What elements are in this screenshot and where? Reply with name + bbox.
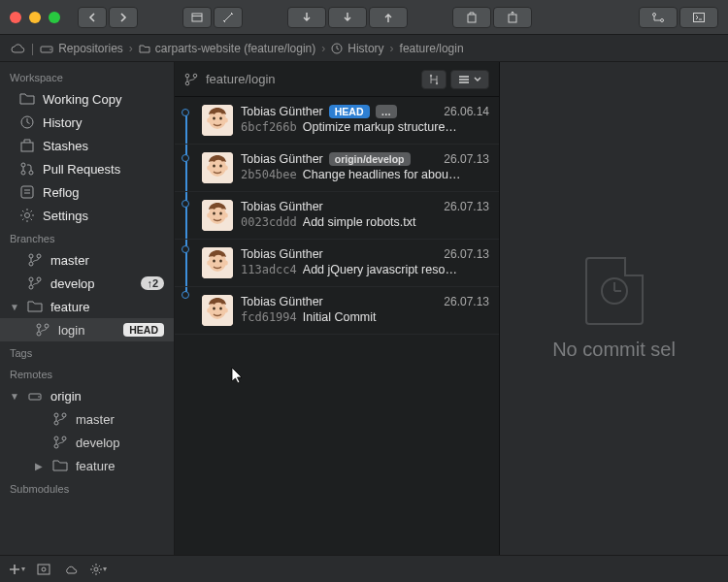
add-button[interactable]: ▾ — [8, 561, 25, 578]
commit-author: Tobias Günther — [241, 247, 323, 261]
svg-point-29 — [62, 413, 66, 417]
sidebar-item-history[interactable]: History — [0, 111, 174, 134]
toolbar-push-icon[interactable] — [369, 7, 408, 28]
branch-item-feature[interactable]: ▼ feature — [0, 295, 174, 318]
svg-point-47 — [224, 118, 228, 123]
branch-item-master[interactable]: master — [0, 248, 174, 272]
remote-branch-develop[interactable]: develop — [0, 431, 174, 454]
commit-row[interactable]: Tobias Günther 26.07.13 fcd61994 Initial… — [175, 287, 499, 335]
remote-label: origin — [50, 389, 164, 404]
sidebar-item-working-copy[interactable]: Working Copy — [0, 87, 174, 111]
svg-point-65 — [224, 261, 228, 266]
branch-label: master — [50, 253, 164, 268]
svg-point-56 — [213, 211, 215, 214]
toolbar-gitflow-icon[interactable] — [639, 7, 678, 28]
toolbar-pull-icon[interactable] — [287, 7, 326, 28]
svg-point-4 — [653, 13, 656, 16]
branch-item-login[interactable]: loginHEAD — [0, 318, 174, 341]
commit-date: 26.07.13 — [444, 295, 489, 308]
sidebar-item-settings[interactable]: Settings — [0, 204, 174, 227]
commit-hash: fcd61994 — [241, 310, 297, 324]
svg-point-16 — [25, 213, 30, 218]
svg-point-12 — [21, 163, 25, 167]
head-badge: HEAD — [329, 105, 370, 118]
branch-icon — [35, 322, 50, 338]
compare-branch-button[interactable] — [421, 70, 447, 89]
commit-list-panel: feature/login Tobias Günther HEAD… 26.06… — [175, 62, 500, 555]
empty-state-text: No commit sel — [552, 339, 676, 361]
commit-hash: 0023cddd — [241, 215, 297, 229]
toolbar-stash-icon[interactable] — [452, 7, 491, 28]
avatar — [202, 247, 233, 278]
remote-item-origin[interactable]: ▼ origin — [0, 384, 174, 407]
view-mode-dropdown[interactable] — [450, 70, 489, 89]
commit-message: Change headlines for abou… — [303, 168, 489, 181]
commit-row[interactable]: Tobias Günther origin/develop 26.07.13 2… — [175, 145, 499, 192]
cloud-icon[interactable] — [10, 43, 25, 54]
nav-back-button[interactable] — [78, 7, 107, 28]
svg-point-51 — [219, 164, 222, 167]
commit-row[interactable]: Tobias Günther 26.07.13 113adcc4 Add jQu… — [175, 240, 499, 287]
sidebar-item-label: History — [43, 115, 164, 130]
toolbar-magic-icon[interactable] — [214, 7, 243, 28]
commit-date: 26.07.13 — [444, 152, 489, 166]
svg-point-46 — [207, 118, 211, 123]
breadcrumb-ref[interactable]: feature/login — [400, 42, 464, 55]
svg-point-17 — [29, 254, 33, 258]
sidebar-item-reflog[interactable]: Reflog — [0, 180, 174, 204]
commit-row[interactable]: Tobias Günther 26.07.13 0023cddd Add sim… — [175, 192, 499, 240]
svg-point-44 — [213, 116, 215, 119]
toolbar-window-icon[interactable] — [182, 7, 212, 28]
breadcrumb-repo[interactable]: carparts-website (feature/login) — [139, 42, 315, 55]
sidebar-item-label: Reflog — [43, 185, 164, 200]
breadcrumb-view[interactable]: History — [331, 42, 383, 55]
svg-point-23 — [37, 324, 41, 328]
svg-point-59 — [224, 213, 228, 218]
svg-rect-15 — [21, 186, 33, 198]
sidebar: Workspace Working Copy History Stashes P… — [0, 62, 175, 555]
minimize-window[interactable] — [29, 12, 41, 23]
chevron-down-icon: ▼ — [10, 302, 19, 312]
svg-point-37 — [430, 74, 432, 76]
remote-branch-master[interactable]: master — [0, 407, 174, 431]
svg-point-45 — [219, 116, 222, 119]
more-refs-badge[interactable]: … — [376, 105, 398, 118]
nav-forward-button[interactable] — [109, 7, 138, 28]
branch-icon — [52, 435, 68, 450]
sidebar-item-stashes[interactable]: Stashes — [0, 134, 174, 157]
svg-rect-3 — [509, 15, 516, 22]
breadcrumb: | Repositories › carparts-website (featu… — [0, 35, 728, 62]
branch-name-label[interactable]: feature/login — [206, 72, 276, 86]
close-window[interactable] — [10, 12, 21, 23]
branch-item-develop[interactable]: develop↑2 — [0, 272, 174, 295]
sidebar-item-pull-requests[interactable]: Pull Requests — [0, 157, 174, 180]
quicklook-icon[interactable] — [35, 561, 52, 578]
folder-icon — [27, 299, 43, 314]
remote-branch-feature[interactable]: ▶ feature — [0, 454, 174, 477]
toolbar-terminal-icon[interactable] — [679, 7, 718, 28]
folder-icon — [139, 43, 150, 54]
commit-list[interactable]: Tobias Günther HEAD… 26.06.14 6bcf266b O… — [175, 97, 499, 555]
svg-point-32 — [62, 436, 66, 440]
chevron-down-icon: ▼ — [10, 391, 19, 402]
commit-list-header: feature/login — [175, 62, 499, 97]
branch-icon — [184, 73, 198, 86]
svg-point-70 — [207, 308, 211, 313]
toolbar-fetch-icon[interactable] — [328, 7, 367, 28]
toolbar-stash-pop-icon[interactable] — [493, 7, 532, 28]
sidebar-item-label: Working Copy — [43, 92, 164, 107]
commit-author: Tobias Günther — [241, 152, 323, 166]
commit-author: Tobias Günther — [241, 295, 323, 308]
settings-gear-icon[interactable]: ▾ — [89, 561, 107, 578]
zoom-window[interactable] — [49, 12, 60, 23]
breadcrumb-repo-label: carparts-website (feature/login) — [155, 42, 315, 55]
breadcrumb-repos[interactable]: Repositories — [40, 42, 123, 55]
remote-branch-label: master — [76, 412, 164, 427]
commit-row[interactable]: Tobias Günther HEAD… 26.06.14 6bcf266b O… — [175, 97, 499, 145]
svg-point-5 — [661, 18, 664, 21]
svg-point-50 — [213, 164, 215, 167]
cloud-icon[interactable] — [62, 561, 80, 578]
sidebar-section-branches: Branches — [0, 227, 174, 248]
svg-rect-11 — [21, 143, 33, 151]
chevron-right-icon: › — [129, 42, 133, 55]
